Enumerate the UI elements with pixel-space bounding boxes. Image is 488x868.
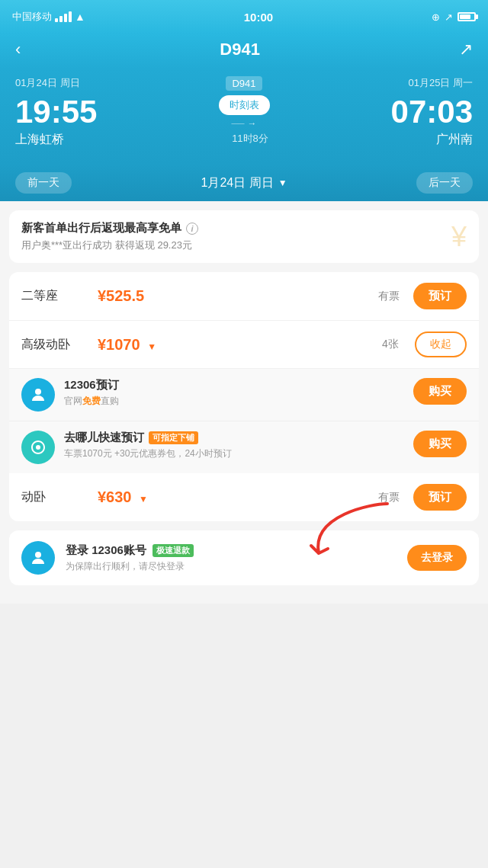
promo-desc: 用户奥***亚出行成功 获得返现 29.23元 — [21, 239, 467, 252]
svg-point-1 — [36, 445, 40, 450]
date-row: 01月24日 周日 D941 01月25日 周一 — [15, 76, 473, 91]
train-number-center: D941 — [226, 76, 262, 91]
svg-point-0 — [35, 389, 41, 395]
dropdown-arrow-icon: ▼ — [278, 178, 287, 188]
promo-title: 新客首单出行后返现最高享免单 i — [21, 221, 467, 235]
seat-name-second: 二等座 — [21, 288, 98, 304]
seat-row-second-class: 二等座 ¥525.5 有票 预订 — [9, 272, 479, 321]
dynamic-price-dropdown-icon: ▼ — [139, 494, 148, 504]
sub-option-title-text-12306: 12306预订 — [64, 378, 119, 392]
sub-icon-12306 — [21, 378, 55, 412]
status-bar-left: 中国移动 ▲ — [12, 10, 85, 24]
sub-options-container: 12306预订 官网免费直购 购买 — [9, 369, 479, 473]
share-button[interactable]: ↗︎ — [459, 40, 473, 59]
arrive-time: 07:03 — [391, 96, 473, 128]
carrier-label: 中国移动 — [12, 10, 52, 24]
content-area: 新客首单出行后返现最高享免单 i 用户奥***亚出行成功 获得返现 29.23元… — [0, 201, 488, 604]
schedule-button[interactable]: 时刻表 — [219, 95, 270, 115]
sub-option-title-qunar: 去哪儿快速预订 可指定下铺 — [64, 431, 413, 445]
collapse-button-premium[interactable]: 收起 — [415, 332, 467, 357]
header-title: D941 — [220, 40, 260, 59]
depart-station: 上海虹桥 — [15, 132, 64, 148]
seat-avail-premium: 4张 — [375, 338, 406, 351]
depart-time: 19:55 — [15, 96, 97, 128]
login-info: 登录 12306账号 极速退款 为保障出行顺利，请尽快登录 — [66, 543, 396, 573]
signal-bars — [55, 11, 72, 22]
seat-name-premium: 高级动卧 — [21, 337, 98, 353]
price-dropdown-icon: ▼ — [147, 341, 156, 352]
status-bar-time: 10:00 — [244, 11, 273, 24]
seat-price-premium-value: ¥1070 — [98, 336, 140, 353]
sub-option-desc-12306: 官网免费直购 — [64, 395, 413, 408]
login-title-text: 登录 12306账号 — [66, 543, 146, 558]
wifi-icon: ▲ — [75, 11, 85, 23]
arrive-station: 广州南 — [436, 132, 473, 148]
depart-date: 01月24日 周日 — [15, 76, 80, 91]
stations-row: 上海虹桥 11时8分 广州南 — [15, 132, 473, 148]
next-day-button[interactable]: 后一天 — [416, 172, 473, 194]
current-date-display[interactable]: 1月24日 周日 ▼ — [201, 175, 287, 191]
current-date-label: 1月24日 周日 — [201, 175, 273, 191]
seat-name-dynamic: 动卧 — [21, 489, 98, 505]
promo-card: 新客首单出行后返现最高享免单 i 用户奥***亚出行成功 获得返现 29.23元… — [9, 210, 479, 263]
header: ‹ D941 ↗︎ — [0, 34, 488, 69]
buy-button-12306[interactable]: 购买 — [413, 378, 467, 405]
seat-price-dynamic: ¥630 ▼ — [98, 488, 374, 506]
status-bar: 中国移动 ▲ 10:00 ⊕ ↗ — [0, 0, 488, 34]
battery-icon — [458, 12, 476, 21]
duration: 11时8分 — [232, 132, 268, 148]
seat-price-premium: ¥1070 ▼ — [98, 336, 375, 354]
arrow-line — [231, 118, 256, 129]
seat-price-dynamic-value: ¥630 — [98, 488, 132, 505]
arrive-date: 01月25日 周一 — [408, 76, 473, 91]
date-selector: 前一天 1月24日 周日 ▼ 后一天 — [0, 165, 488, 201]
info-icon[interactable]: i — [186, 223, 198, 235]
login-badge: 极速退款 — [152, 544, 194, 557]
login-icon — [21, 541, 55, 575]
svg-point-2 — [35, 552, 41, 558]
sub-option-12306: 12306预订 官网免费直购 购买 — [9, 369, 479, 421]
sub-option-title-text-qunar: 去哪儿快速预订 — [64, 431, 144, 445]
sub-option-qunar: 去哪儿快速预订 可指定下铺 车票1070元 +30元优惠券包，24小时预订 购买 — [9, 421, 479, 473]
seat-price-second: ¥525.5 — [98, 287, 374, 305]
train-number-badge: D941 — [226, 76, 262, 91]
seat-avail-dynamic: 有票 — [374, 491, 404, 504]
sub-option-info-qunar: 去哪儿快速预订 可指定下铺 车票1070元 +30元优惠券包，24小时预订 — [64, 431, 413, 460]
book-button-second[interactable]: 预订 — [413, 283, 467, 309]
sub-option-info-12306: 12306预订 官网免费直购 — [64, 378, 413, 408]
seat-row-premium-sleeper: 高级动卧 ¥1070 ▼ 4张 收起 — [9, 321, 479, 369]
sub-icon-qunar — [21, 431, 55, 464]
book-button-dynamic[interactable]: 预订 — [413, 484, 467, 511]
train-info: 01月24日 周日 D941 01月25日 周一 19:55 时刻表 07:03… — [0, 69, 488, 165]
location-icon: ⊕ — [432, 11, 440, 23]
login-desc: 为保障出行顺利，请尽快登录 — [66, 560, 396, 573]
seat-row-dynamic-sleeper: 动卧 ¥630 ▼ 有票 预订 — [9, 473, 479, 521]
login-title: 登录 12306账号 极速退款 — [66, 543, 396, 558]
times-row: 19:55 时刻表 07:03 — [15, 95, 473, 129]
go-login-button[interactable]: 去登录 — [407, 545, 467, 571]
prev-day-button[interactable]: 前一天 — [15, 172, 72, 194]
arrow-icon: ↗ — [445, 11, 453, 23]
promo-coin-icon: ¥ — [451, 221, 467, 253]
promo-title-text: 新客首单出行后返现最高享免单 — [21, 221, 181, 235]
seat-avail-second: 有票 — [374, 290, 404, 303]
sub-option-title-12306: 12306预订 — [64, 378, 413, 392]
seat-price-second-value: ¥525.5 — [98, 287, 144, 304]
login-card: 登录 12306账号 极速退款 为保障出行顺利，请尽快登录 去登录 — [9, 530, 479, 585]
sub-option-desc-qunar: 车票1070元 +30元优惠券包，24小时预订 — [64, 447, 413, 460]
badge-qunar: 可指定下铺 — [149, 431, 198, 444]
back-button[interactable]: ‹ — [15, 40, 21, 59]
time-center: 时刻表 — [219, 95, 270, 129]
buy-button-qunar[interactable]: 购买 — [413, 431, 467, 457]
seat-card: 二等座 ¥525.5 有票 预订 高级动卧 ¥1070 ▼ 4张 收起 — [9, 272, 479, 521]
status-bar-right: ⊕ ↗ — [432, 11, 476, 23]
